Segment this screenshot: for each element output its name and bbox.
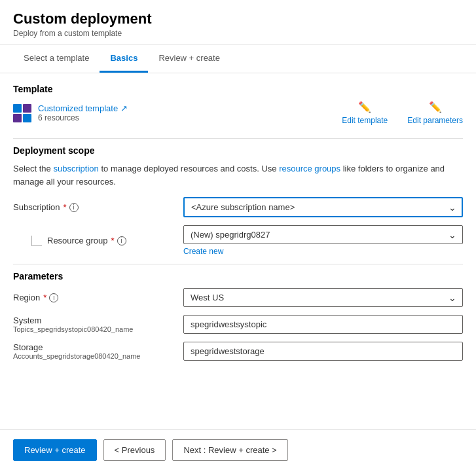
icon-cell-1 xyxy=(13,104,22,113)
region-select[interactable]: West US xyxy=(183,288,463,307)
template-actions: ✏️ Edit template ✏️ Edit parameters xyxy=(342,101,463,125)
template-link[interactable]: Customized template ↗ xyxy=(38,103,128,113)
icon-cell-4 xyxy=(23,114,31,122)
subscription-select-wrapper: <Azure subscription name> xyxy=(183,197,463,217)
edit-template-button[interactable]: ✏️ Edit template xyxy=(342,101,388,125)
review-create-button[interactable]: Review + create xyxy=(13,439,97,461)
page-header: Custom deployment Deploy from a custom t… xyxy=(0,0,476,45)
resource-group-select[interactable]: (New) spegridrg0827 xyxy=(183,225,463,244)
edit-parameters-icon: ✏️ xyxy=(429,101,442,113)
resource-groups-link[interactable]: resource groups xyxy=(279,164,340,173)
region-row: Region * i West US xyxy=(13,288,463,307)
deployment-scope-title: Deployment scope xyxy=(13,145,463,156)
system-sub-label: Topics_spegridsystopic080420_name xyxy=(13,325,183,333)
tabs-container: Select a template Basics Review + create xyxy=(0,45,476,73)
subscription-link[interactable]: subscription xyxy=(53,164,98,173)
region-required: * xyxy=(43,293,46,302)
storage-control xyxy=(183,342,463,361)
subscription-select[interactable]: <Azure subscription name> xyxy=(183,197,463,217)
system-input[interactable] xyxy=(183,315,463,334)
storage-main-label: Storage xyxy=(13,342,183,352)
parameters-section-title: Parameters xyxy=(13,271,463,281)
resource-group-control: (New) spegridrg0827 Create new xyxy=(183,225,463,256)
create-new-link[interactable]: Create new xyxy=(183,247,463,256)
subscription-info-icon[interactable]: i xyxy=(69,203,79,212)
main-content: Template Customized template ↗ xyxy=(0,73,476,429)
template-name-link: Customized template ↗ xyxy=(38,103,128,113)
region-label-group: Region * i xyxy=(13,293,183,302)
subscription-required: * xyxy=(64,202,67,212)
resource-group-required: * xyxy=(111,236,115,245)
edit-parameters-button[interactable]: ✏️ Edit parameters xyxy=(407,101,463,125)
page-title: Custom deployment xyxy=(13,10,463,27)
template-details: Customized template ↗ 6 resources xyxy=(38,103,128,122)
template-section-title: Template xyxy=(13,84,463,94)
resource-group-label-group: Resource group * i xyxy=(13,236,183,246)
subscription-row: Subscription * i <Azure subscription nam… xyxy=(13,197,463,217)
page-subtitle: Deploy from a custom template xyxy=(13,29,463,38)
resource-group-info-icon[interactable]: i xyxy=(117,236,126,245)
edit-template-icon: ✏️ xyxy=(358,101,371,113)
indent-connector xyxy=(31,236,42,246)
storage-sub-label: Accounts_spegridstorage080420_name xyxy=(13,352,183,360)
template-icon xyxy=(13,104,31,122)
previous-button[interactable]: < Previous xyxy=(103,439,166,461)
region-control: West US xyxy=(183,288,463,307)
system-main-label: System xyxy=(13,316,183,325)
footer: Review + create < Previous Next : Review… xyxy=(0,429,476,470)
icon-cell-2 xyxy=(23,104,31,113)
subscription-label: Subscription xyxy=(13,202,60,212)
icon-cell-3 xyxy=(13,114,22,122)
resource-group-label: Resource group xyxy=(47,236,108,245)
region-info-icon[interactable]: i xyxy=(49,293,58,302)
region-label: Region xyxy=(13,293,40,302)
system-control xyxy=(183,315,463,334)
template-info: Customized template ↗ 6 resources xyxy=(13,103,128,122)
storage-label-group: Storage Accounts_spegridstorage080420_na… xyxy=(13,342,183,360)
subscription-control: <Azure subscription name> xyxy=(183,197,463,217)
system-row: System Topics_spegridsystopic080420_name xyxy=(13,315,463,334)
external-link-icon: ↗ xyxy=(120,103,128,113)
template-row: Customized template ↗ 6 resources ✏️ Edi… xyxy=(13,101,463,125)
storage-row: Storage Accounts_spegridstorage080420_na… xyxy=(13,342,463,361)
tab-review-create[interactable]: Review + create xyxy=(148,45,230,73)
subscription-label-group: Subscription * i xyxy=(13,202,183,212)
tab-select-template[interactable]: Select a template xyxy=(13,45,100,73)
resource-group-select-wrapper: (New) spegridrg0827 xyxy=(183,225,463,244)
tab-basics[interactable]: Basics xyxy=(100,45,148,73)
region-select-wrapper: West US xyxy=(183,288,463,307)
divider-1 xyxy=(13,138,463,139)
storage-input[interactable] xyxy=(183,342,463,361)
resource-group-row: Resource group * i (New) spegridrg0827 C… xyxy=(13,225,463,256)
next-button[interactable]: Next : Review + create > xyxy=(172,439,287,461)
divider-2 xyxy=(13,264,463,264)
system-label-group: System Topics_spegridsystopic080420_name xyxy=(13,316,183,333)
scope-description: Select the subscription to manage deploy… xyxy=(13,162,463,188)
template-resources: 6 resources xyxy=(38,113,128,122)
